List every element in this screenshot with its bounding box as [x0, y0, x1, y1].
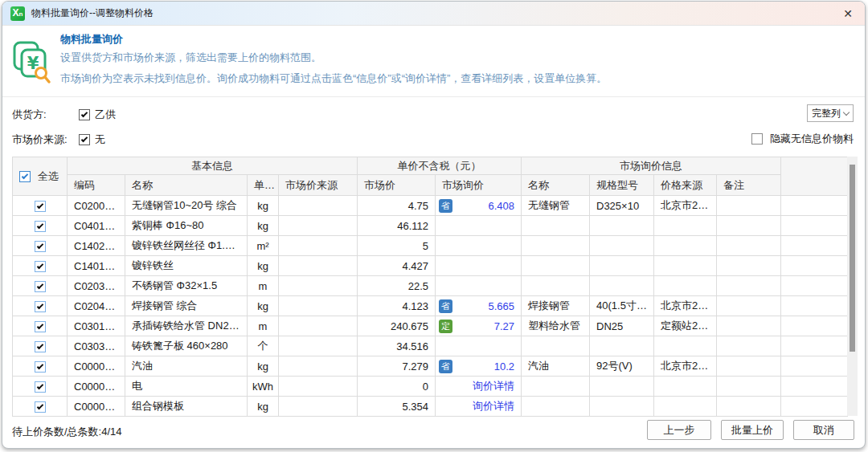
row-checkbox[interactable]	[35, 261, 46, 272]
cell-name: 组合钢模板	[125, 397, 248, 417]
table-scrollbar[interactable]	[847, 157, 858, 416]
cell-market-source	[279, 236, 358, 256]
intro-title: 物料批量询价	[60, 32, 123, 47]
row-checkbox[interactable]	[35, 401, 46, 413]
cell-spec	[590, 336, 654, 356]
cell-remark	[717, 236, 781, 256]
row-select-cell	[13, 236, 68, 256]
inquiry-value-link[interactable]: 6.408	[488, 200, 514, 212]
column-mode-dropdown[interactable]: 完整列	[807, 104, 854, 122]
cell-code: C00000036	[68, 377, 125, 397]
supplier-label: 供货方:	[12, 108, 79, 122]
col-header-market-price: 市场价	[358, 175, 436, 196]
price-type-badge: 省	[439, 199, 452, 213]
cell-unit: 个	[248, 336, 279, 356]
row-checkbox[interactable]	[35, 321, 46, 332]
cell-market-inquiry	[436, 276, 522, 296]
row-checkbox[interactable]	[35, 241, 46, 252]
cell-spec: 40(1.5寸)壁...	[590, 296, 654, 316]
table-row: C14020101 镀锌铁丝网丝径 Φ1.6以下 m² 5	[13, 236, 848, 256]
cell-market-price: 22.5	[358, 276, 436, 296]
cell-code: C04010205	[68, 216, 125, 236]
col-header-info-name: 名称	[522, 175, 590, 196]
price-type-badge: 省	[439, 299, 452, 313]
row-checkbox[interactable]	[35, 301, 46, 312]
cell-name: 镀锌铁丝	[125, 256, 248, 276]
table-row: C02030102 不锈钢管 Φ32×1.5 m 22.5	[13, 276, 848, 296]
cell-spec	[590, 276, 654, 296]
row-checkbox[interactable]	[35, 341, 46, 352]
previous-step-button[interactable]: 上一步	[647, 420, 711, 440]
close-icon[interactable]: ✕	[841, 6, 855, 21]
table-row: C14010100 镀锌铁丝 kg 4.427	[13, 256, 848, 276]
cell-unit: kg	[248, 296, 279, 316]
row-checkbox[interactable]	[35, 221, 46, 232]
market-source-checkbox[interactable]	[79, 134, 90, 145]
intro-description-2: 市场询价为空表示未找到信息价。询价成功物料可通过点击蓝色“信息价”或“询价详情”…	[60, 71, 607, 86]
row-checkbox[interactable]	[35, 201, 46, 212]
supplier-option-label: 乙供	[95, 108, 116, 122]
scrollbar-thumb[interactable]	[850, 165, 855, 352]
cell-remark	[717, 377, 781, 397]
cell-market-inquiry: 省 5.665	[436, 296, 522, 316]
cell-code: C03030302	[68, 336, 125, 356]
cell-inquiry-name	[522, 397, 590, 417]
cell-market-source	[279, 377, 358, 397]
cell-inquiry-name	[522, 216, 590, 236]
batch-price-button[interactable]: 批量上价	[721, 420, 784, 440]
col-header-remark: 备注	[717, 175, 781, 196]
cell-market-source	[279, 216, 358, 236]
col-header-spec: 规格型号	[590, 175, 654, 196]
cancel-button[interactable]: 取消	[793, 420, 854, 440]
inquiry-value-link[interactable]: 7.27	[494, 320, 514, 332]
select-all-checkbox[interactable]	[19, 171, 31, 182]
table-row: C00000018 组合钢模板 kg 5.354 询价详情	[13, 397, 848, 417]
cell-market-price: 4.75	[358, 196, 436, 216]
table-row: C00000036 电 kWh 0 询价详情	[13, 377, 848, 397]
hide-no-price-checkbox[interactable]	[751, 133, 763, 145]
cell-market-price: 4.427	[358, 256, 436, 276]
inquiry-value-link[interactable]: 询价详情	[473, 400, 514, 412]
cell-market-inquiry: 询价详情	[436, 377, 522, 397]
cell-market-inquiry: 省 6.408	[436, 196, 522, 216]
market-source-filter-row: 市场价来源: 无	[12, 132, 105, 147]
table-row: C03030302 铸铁篦子板 460×280 个 34.516	[13, 336, 848, 356]
market-source-label: 市场价来源:	[12, 132, 79, 147]
col-header-code: 编码	[68, 175, 125, 196]
cell-filler	[781, 296, 848, 316]
cell-remark	[717, 356, 781, 377]
cell-market-source	[279, 196, 358, 216]
cell-code: C00000018	[68, 397, 125, 417]
row-select-cell	[13, 256, 68, 276]
cell-market-price: 5.354	[358, 397, 436, 417]
cell-filler	[781, 216, 848, 236]
cell-name: 焊接钢管 综合	[125, 296, 248, 316]
cell-filler	[781, 336, 848, 356]
row-select-cell	[13, 216, 68, 236]
cell-spec: D325×10	[590, 196, 654, 216]
cell-remark	[717, 256, 781, 276]
supplier-checkbox[interactable]	[79, 109, 90, 120]
row-checkbox[interactable]	[35, 281, 46, 292]
inquiry-value-link[interactable]: 5.665	[488, 300, 514, 312]
inquiry-value-link[interactable]: 10.2	[494, 360, 514, 373]
cell-price-source	[654, 276, 717, 296]
cell-name: 无缝钢管10~20号 综合	[125, 196, 248, 216]
cell-spec: 92号(V)	[590, 356, 654, 377]
row-checkbox[interactable]	[35, 381, 46, 393]
cell-remark	[717, 316, 781, 336]
cell-unit: kg	[248, 397, 279, 417]
cell-inquiry-name	[522, 377, 590, 397]
table-group-header-row: 全选 基本信息 单价不含税（元） 市场询价信息	[13, 157, 848, 175]
row-select-cell	[13, 316, 68, 336]
row-checkbox[interactable]	[35, 361, 46, 373]
cell-unit: kg	[248, 356, 279, 377]
cell-code: C00000030	[68, 356, 125, 377]
cell-market-inquiry: 询价详情	[436, 397, 522, 417]
inquiry-value-link[interactable]: 询价详情	[473, 380, 514, 392]
row-select-cell	[13, 397, 68, 417]
cell-inquiry-name	[522, 336, 590, 356]
cell-name: 电	[125, 377, 248, 397]
cell-inquiry-name	[522, 276, 590, 296]
cell-price-source: 北京市202...	[654, 196, 717, 216]
